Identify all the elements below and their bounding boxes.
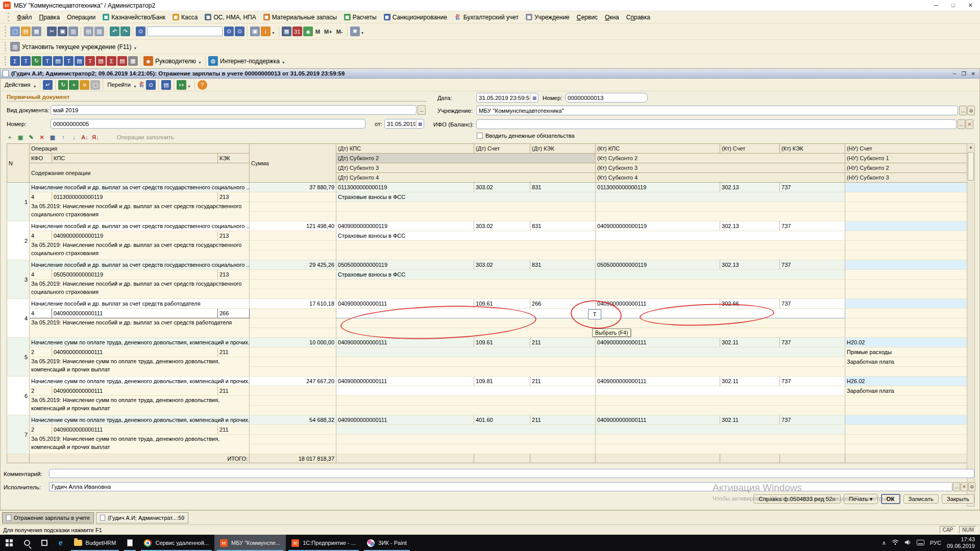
copies-icon[interactable]: ▣ <box>250 27 260 36</box>
cell-kps[interactable]: 0409000000000111 <box>52 347 218 357</box>
cell-nu-subconto3[interactable] <box>845 367 967 377</box>
report-summary-icon[interactable]: Σ <box>10 56 20 66</box>
table-row-line3[interactable]: За 05.2019: Начисление пособий и др. вып… <box>7 241 967 251</box>
close-button[interactable]: ✕ <box>968 2 973 9</box>
cell-dt-kps[interactable]: 0409000000000111 <box>336 415 474 425</box>
cell-dt-subconto4[interactable] <box>336 212 596 221</box>
number2-field[interactable] <box>565 93 648 103</box>
cell-kt-kek[interactable]: 737 <box>780 415 845 425</box>
cell-dt-kek[interactable]: 831 <box>530 221 596 231</box>
cell-operation-content[interactable]: За 05.2019: Начисление пособий и др. вып… <box>30 202 250 221</box>
cell-dt-subconto3[interactable] <box>336 396 596 406</box>
cell-kps[interactable]: 0505000000000119 <box>52 270 218 280</box>
cell-kt-schet[interactable]: 302.11 <box>720 415 780 425</box>
cell-kt-kps[interactable]: 0505000000000119 <box>596 260 720 270</box>
set-current-institution-button[interactable]: Установить текущее учреждение (F11) <box>22 43 131 51</box>
paste-icon[interactable]: ▥ <box>68 27 78 36</box>
menu-учреждение[interactable]: ▦Учреждение <box>523 13 573 22</box>
cell-dt-kek[interactable]: 211 <box>530 338 596 347</box>
document-list-icon[interactable]: ▤ <box>161 80 171 90</box>
cell-row-number[interactable]: 1 <box>7 183 30 221</box>
col-header-kfo[interactable]: КФО <box>30 154 52 163</box>
cell-nu-subconto3[interactable] <box>845 212 967 221</box>
cell-sum-empty[interactable] <box>250 406 336 415</box>
cell-nu-subconto2[interactable] <box>845 241 967 251</box>
col-header-kt-schet[interactable]: (Кт) Счет <box>720 144 780 154</box>
cell-dt-subconto4[interactable] <box>336 444 596 454</box>
internet-support-button[interactable]: Интернет-поддержка <box>220 58 280 65</box>
post-operations-icon[interactable]: ¤ <box>80 80 89 90</box>
cell-row-number[interactable]: 3 <box>7 260 30 299</box>
cell-operation-content[interactable]: За 05.2019: Начисление пособий и др. вып… <box>30 318 250 338</box>
cell-dt-schet[interactable]: 303.02 <box>474 260 530 270</box>
memory-button-М+[interactable]: М+ <box>322 29 334 35</box>
cell-dt-subconto2[interactable]: Страховые взносы в ФСС <box>336 270 596 280</box>
cell-amount[interactable]: 54 688,32 <box>250 415 336 425</box>
cell-nu-subconto2[interactable] <box>845 202 967 212</box>
cell-sum-empty[interactable] <box>250 386 336 396</box>
cell-sum-empty[interactable] <box>250 328 336 338</box>
cell-kt-subconto2[interactable] <box>596 386 845 396</box>
col-header-kek[interactable]: КЭК <box>218 154 250 163</box>
cell-operation-content[interactable]: За 05.2019: Начисление пособий и др. вып… <box>30 280 250 299</box>
cell-dt-schet[interactable]: 109.81 <box>474 377 530 386</box>
cell-kek[interactable]: 266 <box>218 309 250 318</box>
cell-sum-empty[interactable] <box>250 270 336 280</box>
cell-sum-empty[interactable] <box>250 212 336 221</box>
search-button[interactable] <box>18 535 36 551</box>
cell-operation-name[interactable]: Начисление сумм по оплате труда, денежно… <box>30 415 250 425</box>
cell-dt-kek[interactable]: 831 <box>530 260 596 270</box>
cell-kt-subconto3[interactable] <box>596 357 845 367</box>
doc-restore-button[interactable]: ❐ <box>962 71 966 77</box>
chevron-down-icon[interactable]: ▼ <box>282 61 285 64</box>
task-view-button[interactable] <box>36 535 53 551</box>
end-edit-icon[interactable]: ▦ <box>48 133 57 142</box>
cell-dt-subconto3[interactable] <box>336 280 596 289</box>
menu-правка[interactable]: Правка <box>36 13 63 22</box>
cell-kt-kps[interactable]: 0409000000000111 <box>596 415 720 425</box>
cell-kt-subconto4[interactable] <box>596 367 845 377</box>
volume-icon[interactable] <box>904 539 911 546</box>
move-up-icon[interactable]: ↑ <box>59 133 68 142</box>
table-row-line2[interactable]: 20409000000000111211 <box>7 425 967 435</box>
help-icon[interactable]: ? <box>198 80 207 90</box>
menu-расчеты[interactable]: ▦Расчеты <box>341 13 380 22</box>
table-row-line3[interactable]: За 05.2019: Начисление сумм по оплате тр… <box>7 435 967 444</box>
table-row-line2[interactable]: 40505000000000119213Страховые взносы в Ф… <box>7 270 967 280</box>
cell-sum-empty[interactable] <box>250 309 336 318</box>
col-header-dt-sub3[interactable]: (Дт) Субконто 3 <box>336 163 596 173</box>
1c-main-button[interactable]: 1СМБУ "Коммунспе... <box>214 535 286 551</box>
cell-dt-subconto4[interactable] <box>336 406 596 415</box>
cell-kt-subconto4[interactable] <box>596 251 845 260</box>
cell-nu-subconto1[interactable]: Прямые расходы <box>845 347 967 357</box>
cell-sum-empty[interactable] <box>250 425 336 435</box>
find-prev-icon[interactable]: ⊙ <box>235 27 244 36</box>
number-field[interactable] <box>51 119 365 129</box>
hidden-icons-icon[interactable]: ∧ <box>882 540 886 546</box>
doc-minimize-button[interactable]: ─ <box>953 71 957 77</box>
cell-operation-content[interactable]: За 05.2019: Начисление пособий и др. вып… <box>30 241 250 260</box>
cell-dt-subconto2[interactable] <box>336 425 596 435</box>
menu-файл[interactable]: Файл <box>14 13 35 22</box>
cell-dt-subconto4[interactable] <box>336 367 596 377</box>
menu-окна[interactable]: Окна <box>602 13 622 22</box>
report-account-analysis-icon[interactable]: Т <box>42 56 52 66</box>
cell-nu-schet[interactable] <box>845 415 967 425</box>
budgethrm-button[interactable]: BudgetHRM <box>68 535 122 551</box>
cell-amount[interactable]: 247 667,20 <box>250 377 336 386</box>
col-header-nu-sub2[interactable]: (НУ) Субконто 2 <box>845 163 967 173</box>
col-header-kps[interactable]: КПС <box>52 154 218 163</box>
copy-icon[interactable]: ▣ <box>58 27 67 36</box>
cell-nu-subconto1[interactable] <box>845 309 967 318</box>
cell-row-number[interactable]: 4 <box>7 299 30 338</box>
cell-kt-kps[interactable]: 0113000000000119 <box>596 183 720 192</box>
chevron-down-icon[interactable]: ▼ <box>361 31 364 35</box>
cell-nu-schet[interactable] <box>845 221 967 231</box>
cell-sum-empty[interactable] <box>250 202 336 212</box>
cell-dt-subconto4[interactable] <box>336 289 596 299</box>
cell-dt-kps[interactable]: 0409000000000119 <box>336 221 474 231</box>
edit-row-icon[interactable]: ✎ <box>27 133 36 142</box>
cell-amount[interactable]: 10 000,00 <box>250 338 336 347</box>
memory-button-М[interactable]: М <box>313 29 322 35</box>
move-down-icon[interactable]: ↓ <box>69 133 79 142</box>
